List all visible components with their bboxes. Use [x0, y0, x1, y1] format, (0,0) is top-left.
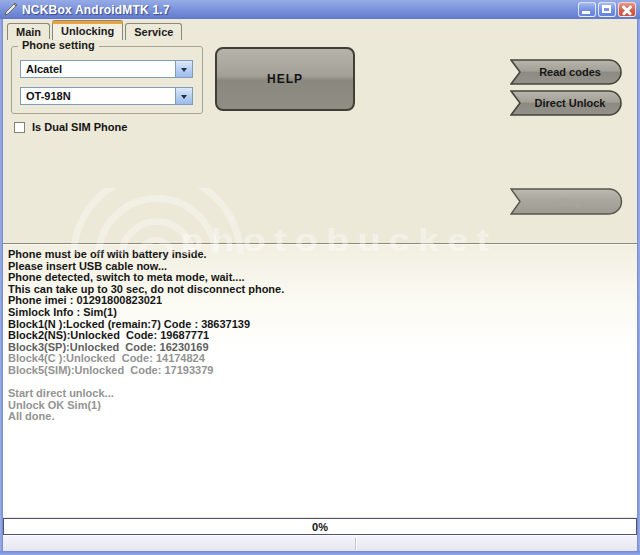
tab-strip: Main Unlocking Service [3, 20, 637, 40]
window-frame-bottom [0, 551, 640, 555]
stop-button: Stop [510, 188, 624, 215]
model-dropdown-button[interactable] [175, 88, 192, 104]
log-line: All done. [8, 411, 635, 423]
chevron-down-icon [181, 68, 187, 75]
progress-percentage: 0% [312, 521, 328, 533]
log-line: Start direct unlock... [8, 388, 635, 400]
status-bar-divider [355, 538, 356, 550]
read-codes-label: Read codes [524, 59, 616, 85]
log-line: Block5(SIM):Unlocked Code: 17193379 [8, 365, 635, 377]
brand-dropdown-button[interactable] [175, 61, 192, 77]
brand-dropdown[interactable]: Alcatel [20, 60, 193, 78]
tab-unlocking[interactable]: Unlocking [52, 20, 123, 40]
log-output[interactable]: Phone must be off with battery inside. P… [3, 244, 637, 517]
log-line: Unlock OK Sim(1) [8, 400, 635, 412]
tab-main[interactable]: Main [7, 23, 50, 40]
stop-label: Stop [524, 188, 616, 215]
phone-setting-legend: Phone setting [18, 39, 99, 51]
window-title: NCKBox AndroidMTK 1.7 [22, 3, 170, 17]
titlebar: NCKBox AndroidMTK 1.7 [0, 0, 640, 19]
tab-service[interactable]: Service [125, 23, 182, 40]
window-frame-left [0, 19, 3, 555]
dual-sim-checkbox-label: Is Dual SIM Phone [32, 121, 127, 133]
chevron-down-icon [181, 95, 187, 102]
dual-sim-checkbox[interactable]: Is Dual SIM Phone [14, 121, 127, 133]
app-window: NCKBox AndroidMTK 1.7 Main Unlocking Ser… [0, 0, 640, 555]
direct-unlock-button[interactable]: Direct Unlock [510, 90, 624, 116]
app-pencil-icon [4, 3, 18, 16]
unlocking-panel: Phone setting Alcatel OT-918N HELP [3, 40, 637, 244]
status-bar [3, 535, 637, 552]
log-line: Phone must be off with battery inside. [8, 249, 635, 261]
maximize-button[interactable] [598, 2, 616, 17]
direct-unlock-label: Direct Unlock [524, 90, 616, 116]
phone-setting-group: Phone setting Alcatel OT-918N [11, 46, 203, 114]
model-dropdown-value: OT-918N [21, 88, 175, 104]
help-button[interactable]: HELP [215, 47, 355, 111]
log-line: Block2(NS):Unlocked Code: 19687771 [8, 330, 635, 342]
log-line: Simlock Info : Sim(1) [8, 307, 635, 319]
read-codes-button[interactable]: Read codes [510, 59, 624, 85]
minimize-button[interactable] [578, 2, 596, 17]
checkbox-icon[interactable] [14, 122, 25, 133]
close-button[interactable] [618, 2, 636, 17]
model-dropdown[interactable]: OT-918N [20, 87, 193, 105]
window-controls [578, 2, 636, 17]
brand-dropdown-value: Alcatel [21, 61, 175, 77]
progress-bar: 0% [3, 518, 637, 535]
